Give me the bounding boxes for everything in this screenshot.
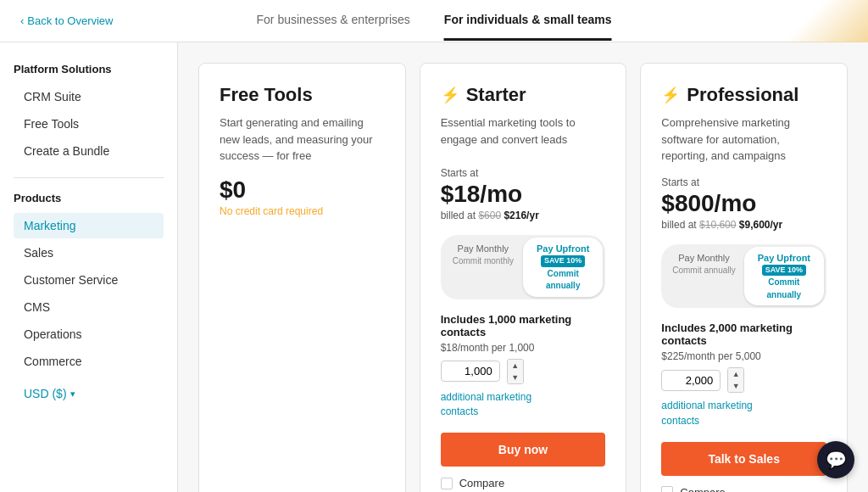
sidebar: Platform Solutions CRM Suite Free Tools …	[0, 42, 178, 492]
commit-annually-label: Commit annually	[546, 269, 581, 290]
sidebar-item-cms[interactable]: CMS	[14, 294, 164, 320]
commit-annually-label-pro-2: Commit annually	[767, 277, 802, 299]
strike-price-pro: $10,600	[699, 219, 736, 231]
chevron-down-icon: ▾	[70, 389, 75, 400]
chevron-left-icon: ‹	[20, 14, 24, 27]
card-free-no-credit: No credit card required	[220, 205, 385, 217]
products-title: Products	[14, 192, 164, 204]
top-nav: ‹ Back to Overview For businesses & ente…	[0, 0, 868, 42]
pay-upfront-label-pro: Pay Upfront	[758, 253, 810, 263]
contacts-title-professional: Includes 2,000 marketing contacts	[661, 321, 826, 347]
contacts-row-professional: ▲ ▼	[661, 367, 826, 393]
compare-label-starter: Compare	[459, 477, 504, 489]
sidebar-item-crm-suite[interactable]: CRM Suite	[14, 84, 164, 109]
sidebar-item-free-tools[interactable]: Free Tools	[14, 111, 164, 137]
contacts-stepper-starter: ▲ ▼	[507, 359, 524, 384]
main-content: Free Tools Start generating and emailing…	[178, 42, 868, 492]
compare-checkbox-professional[interactable]	[661, 486, 673, 492]
buy-now-button[interactable]: Buy now	[441, 433, 606, 467]
card-free-title: Free Tools	[220, 84, 385, 106]
stepper-down-starter[interactable]: ▼	[508, 372, 523, 383]
compare-checkbox-starter[interactable]	[441, 478, 453, 489]
pricing-grid: Free Tools Start generating and emailing…	[198, 63, 848, 492]
card-free: Free Tools Start generating and emailing…	[198, 63, 406, 492]
contacts-title-starter: Includes 1,000 marketing contacts	[441, 313, 606, 338]
billed-label-pro: billed at	[661, 219, 696, 231]
card-professional-title: ⚡ Professional	[661, 84, 826, 106]
contacts-price-note-starter: $18/month per 1,000	[441, 342, 606, 354]
nav-tabs: For businesses & enterprises For individ…	[257, 1, 612, 41]
sidebar-item-sales[interactable]: Sales	[14, 240, 164, 266]
pay-upfront-btn-starter[interactable]: Pay Upfront SAVE 10% Commit annually	[523, 238, 603, 297]
save-badge-professional: SAVE 10%	[762, 265, 806, 277]
billed-amount: $216/yr	[504, 210, 538, 221]
page-layout: Platform Solutions CRM Suite Free Tools …	[0, 42, 868, 492]
save-badge-starter: SAVE 10%	[541, 255, 585, 267]
card-free-title-text: Free Tools	[220, 84, 313, 106]
card-professional-price: $800/mo	[661, 190, 826, 217]
back-link[interactable]: ‹ Back to Overview	[20, 14, 114, 27]
compare-row-starter: Compare	[441, 477, 606, 489]
payment-toggle-starter: Pay Monthly Commit monthly Pay Upfront S…	[441, 235, 606, 299]
card-starter-title-text: Starter	[466, 84, 526, 106]
card-starter-starts-at: Starts at	[441, 167, 606, 179]
contacts-price-note-professional: $225/month per 5,000	[661, 350, 826, 362]
card-professional-starts-at: Starts at	[661, 176, 826, 188]
commit-annually-label-pro-1: Commit annually	[672, 266, 735, 275]
contacts-section-professional: Includes 2,000 marketing contacts $225/m…	[661, 321, 826, 428]
strike-price: $600	[478, 210, 501, 221]
lightning-icon-starter: ⚡	[441, 86, 459, 104]
card-professional-description: Comprehensive marketing software for aut…	[661, 115, 826, 165]
sidebar-item-commerce[interactable]: Commerce	[14, 349, 164, 374]
currency-selector[interactable]: USD ($) ▾	[14, 381, 164, 406]
card-professional-price-note: billed at $10,600 $9,600/yr	[661, 219, 826, 231]
tab-businesses[interactable]: For businesses & enterprises	[257, 1, 410, 41]
card-starter-description: Essential marketing tools to engage and …	[441, 115, 606, 155]
card-starter-price-note: billed at $600 $216/yr	[441, 210, 606, 221]
card-starter-title: ⚡ Starter	[441, 84, 606, 106]
chat-icon: 💬	[826, 450, 847, 470]
stepper-up-starter[interactable]: ▲	[508, 360, 523, 372]
sidebar-item-customer-service[interactable]: Customer Service	[14, 267, 164, 293]
additional-contacts-link-professional[interactable]: additional marketing contacts	[661, 400, 752, 427]
card-starter-price: $18/mo	[441, 181, 606, 208]
card-free-price: $0	[220, 176, 385, 204]
currency-label: USD ($)	[24, 387, 67, 400]
lightning-icon-professional: ⚡	[661, 86, 680, 104]
sidebar-item-create-bundle[interactable]: Create a Bundle	[14, 138, 164, 164]
card-professional-title-text: Professional	[687, 84, 798, 106]
pay-upfront-label: Pay Upfront	[537, 243, 589, 254]
contacts-stepper-professional: ▲ ▼	[727, 367, 744, 393]
pay-monthly-label-pro: Pay Monthly	[678, 253, 730, 263]
billed-label: billed at	[441, 210, 476, 221]
payment-toggle-professional: Pay Monthly Commit annually Pay Upfront …	[661, 244, 826, 309]
additional-contacts-link-starter[interactable]: additional marketing contacts	[441, 391, 531, 418]
compare-row-professional: Compare	[661, 486, 826, 492]
card-free-description: Start generating and emailing new leads,…	[220, 115, 385, 165]
card-professional: ⚡ Professional Comprehensive marketing s…	[640, 63, 848, 492]
pay-monthly-btn-starter[interactable]: Pay Monthly Commit monthly	[443, 238, 523, 297]
sidebar-item-operations[interactable]: Operations	[14, 321, 164, 347]
card-starter: ⚡ Starter Essential marketing tools to e…	[420, 63, 627, 492]
stepper-up-professional[interactable]: ▲	[728, 368, 743, 380]
sidebar-item-marketing[interactable]: Marketing	[14, 213, 164, 238]
contacts-section-starter: Includes 1,000 marketing contacts $18/mo…	[441, 313, 606, 420]
back-link-label: Back to Overview	[27, 14, 113, 27]
contacts-input-starter[interactable]	[441, 361, 500, 382]
commit-monthly-label: Commit monthly	[453, 256, 514, 266]
talk-to-sales-button[interactable]: Talk to Sales	[661, 442, 826, 476]
pay-upfront-btn-professional[interactable]: Pay Upfront SAVE 10% Commit annually	[744, 247, 824, 306]
compare-label-professional: Compare	[680, 486, 725, 492]
stepper-down-professional[interactable]: ▼	[728, 380, 743, 392]
billed-amount-pro: $9,600/yr	[739, 219, 782, 231]
contacts-row-starter: ▲ ▼	[441, 359, 606, 384]
chat-bubble[interactable]: 💬	[817, 441, 854, 478]
sidebar-divider	[14, 177, 164, 178]
pay-monthly-btn-professional[interactable]: Pay Monthly Commit annually	[664, 247, 743, 306]
tab-individuals[interactable]: For individuals & small teams	[444, 1, 612, 41]
pay-monthly-label: Pay Monthly	[458, 243, 509, 254]
platform-solutions-title: Platform Solutions	[14, 63, 164, 75]
contacts-input-professional[interactable]	[661, 370, 721, 391]
